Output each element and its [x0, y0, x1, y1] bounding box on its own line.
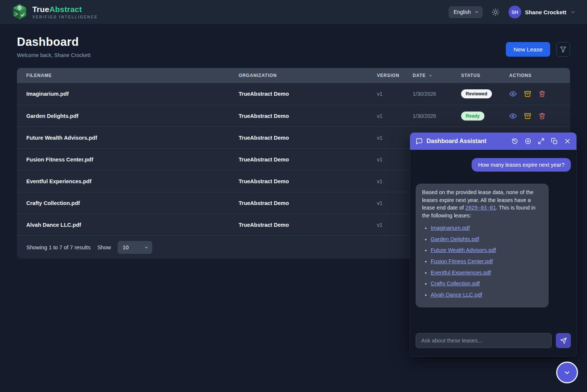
view-button[interactable] [509, 112, 517, 120]
archive-button[interactable] [524, 90, 531, 98]
lease-link-item: Crafty Collection.pdf [431, 280, 542, 288]
cell-version: v1 [377, 135, 413, 141]
lease-link[interactable]: Garden Delights.pdf [431, 236, 479, 242]
sort-chevron-icon [428, 73, 433, 78]
copy-button[interactable] [551, 138, 558, 145]
status-badge: Ready [461, 112, 484, 121]
expand-button[interactable] [538, 138, 545, 145]
theme-toggle-button[interactable] [491, 8, 500, 17]
cell-organization: TrueAbstract Demo [239, 157, 377, 163]
cell-filename: Garden Delights.pdf [17, 113, 239, 119]
assistant-messages: How many leases expire next year? Based … [410, 150, 576, 330]
cell-date: 1/30/2026 [413, 113, 461, 119]
brand-title: TrueAbstract [32, 5, 98, 14]
assistant-title: Dashboard Assistant [427, 138, 508, 145]
lease-link[interactable]: Crafty Collection.pdf [431, 280, 480, 286]
lease-link-item: Eventful Experiences.pdf [431, 269, 542, 277]
cell-organization: TrueAbstract Demo [239, 200, 377, 206]
sun-icon [492, 8, 499, 16]
cell-filename: Alvah Dance LLC.pdf [17, 222, 239, 228]
column-header-filename: FILENAME [17, 73, 239, 78]
lease-link-item: Garden Delights.pdf [431, 235, 542, 243]
user-name: Shane Crockett [525, 9, 566, 15]
cell-filename: Fusion Fitness Center.pdf [17, 157, 239, 163]
send-button[interactable] [556, 333, 571, 348]
column-header-status: STATUS [461, 73, 509, 78]
user-menu[interactable]: SH Shane Crockett [508, 6, 576, 18]
view-button[interactable] [509, 90, 517, 98]
assistant-message-bubble: Based on the provided lease data, none o… [416, 184, 549, 308]
column-header-organization: ORGANIZATION [239, 73, 377, 78]
trash-icon [539, 90, 546, 98]
eye-icon [509, 90, 517, 98]
pagination-summary: Showing 1 to 7 of 7 results [26, 244, 91, 250]
lease-link-item: Alvah Dance LLC.pdf [431, 291, 542, 299]
cell-version: v1 [377, 157, 413, 163]
cell-filename: Imaginarium.pdf [17, 91, 239, 97]
filter-icon [560, 46, 567, 53]
chevron-down-icon [563, 368, 572, 377]
brand-tagline: VERIFIED INTELLIGENCE [32, 15, 98, 19]
archive-button[interactable] [524, 112, 531, 120]
chat-bubble-icon [416, 138, 423, 145]
close-button[interactable] [564, 138, 571, 145]
history-icon [511, 138, 518, 145]
cell-filename: Eventful Experiences.pdf [17, 178, 239, 184]
history-button[interactable] [511, 138, 518, 145]
page-title: Dashboard [17, 35, 91, 49]
assistant-header: Dashboard Assistant [410, 133, 576, 150]
cell-organization: TrueAbstract Demo [239, 178, 377, 184]
column-header-actions: ACTIONS [509, 73, 570, 78]
lease-end-date-link[interactable]: 2029-03-01 [465, 205, 496, 211]
send-icon [560, 337, 567, 344]
cell-date: 1/30/2026 [413, 91, 461, 97]
lease-link-item: Fusion Fitness Center.pdf [431, 258, 542, 265]
welcome-text: Welcome back, Shane Crockett [17, 52, 91, 58]
dashboard-assistant-panel: Dashboard Assistant How many leases expi… [410, 132, 577, 357]
language-select[interactable]: English [449, 6, 483, 18]
assistant-input-row [410, 330, 576, 356]
chevron-down-icon [570, 9, 576, 15]
page-size-select[interactable]: 10 [118, 241, 152, 254]
eye-icon [509, 112, 517, 120]
cell-organization: TrueAbstract Demo [239, 135, 377, 141]
lease-link[interactable]: Alvah Dance LLC.pdf [431, 292, 482, 298]
table-header-row: FILENAME ORGANIZATION VERSION DATE STATU… [17, 68, 570, 83]
plus-circle-icon [525, 138, 531, 145]
column-header-version: VERSION [377, 73, 413, 78]
new-chat-button[interactable] [525, 138, 531, 145]
close-icon [564, 138, 571, 145]
lease-link[interactable]: Future Wealth Advisors.pdf [431, 247, 496, 253]
table-row[interactable]: Imaginarium.pdf TrueAbstract Demo v1 1/3… [17, 83, 570, 105]
user-message-bubble: How many leases expire next year? [472, 158, 571, 172]
new-lease-button[interactable]: New Lease [506, 42, 550, 57]
trash-icon [539, 112, 546, 120]
brand-logo-icon [11, 3, 28, 21]
delete-button[interactable] [539, 112, 546, 120]
scroll-to-bottom-button[interactable] [556, 362, 578, 383]
cell-version: v1 [377, 113, 413, 119]
cell-version: v1 [377, 200, 413, 206]
lease-link[interactable]: Imaginarium.pdf [431, 225, 470, 231]
column-header-date-sort[interactable]: DATE [413, 73, 433, 78]
table-row[interactable]: Garden Delights.pdf TrueAbstract Demo v1… [17, 105, 570, 127]
lease-link[interactable]: Eventful Experiences.pdf [431, 270, 491, 276]
avatar: SH [508, 6, 521, 18]
brand[interactable]: TrueAbstract VERIFIED INTELLIGENCE [11, 3, 98, 21]
filter-button[interactable] [556, 42, 570, 57]
lease-link-item: Imaginarium.pdf [431, 224, 542, 232]
lease-link[interactable]: Fusion Fitness Center.pdf [431, 258, 493, 264]
cell-organization: TrueAbstract Demo [239, 113, 377, 119]
archive-icon [524, 112, 531, 120]
status-badge: Reviewed [461, 89, 492, 98]
language-select-wrap: English [449, 6, 483, 18]
assistant-input[interactable] [416, 333, 552, 348]
top-bar: TrueAbstract VERIFIED INTELLIGENCE Engli… [0, 0, 587, 24]
copy-icon [551, 138, 558, 145]
delete-button[interactable] [539, 90, 546, 98]
cell-filename: Future Wealth Advisors.pdf [17, 135, 239, 141]
cell-status: Ready [461, 112, 509, 121]
lease-link-item: Future Wealth Advisors.pdf [431, 246, 542, 254]
cell-version: v1 [377, 91, 413, 97]
cell-version: v1 [377, 178, 413, 184]
